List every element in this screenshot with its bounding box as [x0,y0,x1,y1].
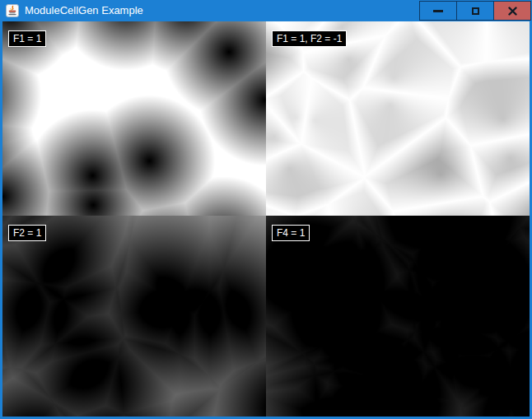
render-grid: F1 = 1 F1 = 1, F2 = -1 F2 = 1 F4 = 1 [2,21,530,417]
panel-label-f1f2: F1 = 1, F2 = -1 [272,30,347,47]
close-icon [508,7,517,16]
noise-panel-f4: F4 = 1 [266,216,530,417]
window-controls [420,1,531,21]
panel-label-f1: F1 = 1 [8,30,46,47]
panel-label-f4: F4 = 1 [272,225,310,241]
noise-panel-f1f2: F1 = 1, F2 = -1 [266,21,530,216]
maximize-icon [472,7,479,15]
noise-canvas-f1 [2,21,266,216]
close-button[interactable] [493,1,531,21]
noise-canvas-f4 [266,216,530,417]
minimize-button[interactable] [419,1,457,21]
window-title: ModuleCellGen Example [25,0,143,21]
maximize-button[interactable] [456,1,494,21]
noise-panel-f2: F2 = 1 [2,216,266,417]
java-coffee-cup-icon[interactable] [6,4,19,17]
titlebar[interactable]: ModuleCellGen Example [0,0,532,21]
noise-panel-f1: F1 = 1 [2,21,266,216]
panel-label-f2: F2 = 1 [8,225,46,241]
noise-canvas-f2 [2,216,266,417]
noise-canvas-f1f2 [266,21,530,216]
minimize-icon [433,10,443,12]
modulecellgen-window: ModuleCellGen Example F1 = 1 F1 = 1, F2 … [0,0,532,419]
